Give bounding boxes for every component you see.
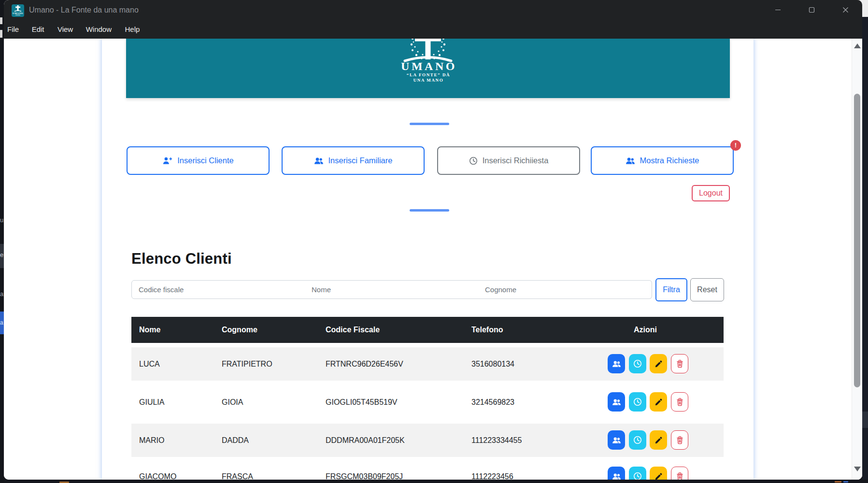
vertical-scrollbar[interactable] <box>852 39 862 480</box>
banner: UMANO “LA FONTE” DÀ UNA MANO <box>126 39 730 98</box>
filtra-button[interactable]: Filtra <box>655 278 687 301</box>
inserisci-richiesta-button[interactable]: Inserisci Richiiesta <box>437 146 580 175</box>
row-delete-button[interactable] <box>671 392 688 412</box>
notification-badge: ! <box>730 140 741 151</box>
logo-title: UMANO <box>401 60 457 72</box>
trash-icon <box>676 360 684 368</box>
cognome-filter-input[interactable] <box>478 280 652 299</box>
svg-text:UMANO: UMANO <box>13 12 23 14</box>
inserisci-cliente-button[interactable]: Inserisci Cliente <box>127 146 270 175</box>
background-window-right-sliver <box>862 17 868 480</box>
inserisci-familiare-button[interactable]: Inserisci Familiare <box>282 146 425 175</box>
row-delete-button[interactable] <box>671 467 688 480</box>
cell-nome: LUCA <box>139 347 160 381</box>
pencil-icon <box>655 436 663 444</box>
pencil-icon <box>655 398 663 406</box>
cell-telefono: 3516080134 <box>471 347 514 381</box>
clock-icon <box>633 472 642 480</box>
menu-item-view[interactable]: View <box>57 20 74 39</box>
menu-item-file[interactable]: File <box>6 20 20 39</box>
column-header-cognome: Cognome <box>222 317 257 343</box>
row-clock-button[interactable] <box>629 467 646 480</box>
screen: { "window": { "title": "Umano - La Fonte… <box>0 0 868 483</box>
page-title: Elenco Clienti <box>131 250 232 268</box>
window-title: Umano - La Fonte da una mano <box>29 0 139 20</box>
minimize-button[interactable] <box>767 0 789 20</box>
people-icon <box>626 157 635 165</box>
table-header: Nome Cognome Codice Fiscale Telefono Azi… <box>131 317 724 343</box>
cell-telefono: 3214569823 <box>471 385 514 419</box>
pencil-icon <box>655 360 663 368</box>
umano-logo: UMANO “LA FONTE” DÀ UNA MANO <box>389 39 467 85</box>
mostra-richieste-label: Mostra Richieste <box>640 156 699 165</box>
menu-item-edit[interactable]: Edit <box>31 20 45 39</box>
inserisci-richiesta-label: Inserisci Richiiesta <box>483 156 549 165</box>
trash-icon <box>676 472 684 480</box>
row-clock-button[interactable] <box>629 392 646 412</box>
row-people-button[interactable] <box>608 354 625 373</box>
people-icon <box>612 473 621 480</box>
column-header-nome: Nome <box>139 317 160 343</box>
background-dash-blue <box>843 481 848 483</box>
logo-subtitle-1: “LA FONTE” DÀ <box>407 72 450 77</box>
client-row: LUCA FRATIPIETRO FRTNRC96D26E456V 351608… <box>131 347 724 381</box>
mostra-richieste-button[interactable]: Mostra Richieste <box>591 146 734 175</box>
row-edit-button[interactable] <box>650 354 667 373</box>
cell-codice-fiscale: FRTNRC96D26E456V <box>326 347 403 381</box>
app-content: UMANO “LA FONTE” DÀ UNA MANO Inserisci C… <box>4 39 862 480</box>
people-icon <box>612 398 621 406</box>
client-row: GIACOMO FRASCA FRSGCM03B09F205J 11122234… <box>131 460 724 480</box>
logout-button[interactable]: Logout <box>692 185 730 201</box>
column-header-telefono: Telefono <box>471 317 503 343</box>
maximize-button[interactable] <box>800 0 823 20</box>
menu-item-window[interactable]: Window <box>85 20 113 39</box>
row-people-button[interactable] <box>608 430 625 450</box>
cell-nome: MARIO <box>139 424 164 457</box>
people-icon <box>612 437 621 444</box>
column-header-azioni: Azioni <box>634 317 657 343</box>
cell-nome: GIACOMO <box>139 460 176 480</box>
trash-icon <box>676 398 684 406</box>
row-clock-button[interactable] <box>629 430 646 450</box>
clock-icon <box>633 398 642 406</box>
row-delete-button[interactable] <box>671 354 688 373</box>
column-header-codice: Codice Fiscale <box>326 317 380 343</box>
section-divider <box>410 123 449 125</box>
row-edit-button[interactable] <box>650 392 667 412</box>
cell-cognome: FRATIPIETRO <box>222 347 272 381</box>
row-people-button[interactable] <box>608 392 625 412</box>
people-icon <box>314 157 324 165</box>
clock-icon <box>469 156 478 165</box>
app-window: UMANO Umano - La Fonte da una mano File … <box>4 0 862 480</box>
row-edit-button[interactable] <box>650 467 667 480</box>
cell-cognome: FRASCA <box>222 460 253 480</box>
row-clock-button[interactable] <box>629 354 646 373</box>
inserisci-cliente-label: Inserisci Cliente <box>177 156 233 165</box>
row-edit-button[interactable] <box>650 430 667 450</box>
cell-telefono: 1112223456 <box>471 460 513 480</box>
menu-bar: File Edit View Window Help <box>4 20 862 39</box>
close-button[interactable] <box>834 0 856 20</box>
reset-button[interactable]: Reset <box>690 278 724 301</box>
row-delete-button[interactable] <box>671 430 688 450</box>
menu-item-help[interactable]: Help <box>124 20 141 39</box>
scroll-down-icon[interactable] <box>854 467 861 471</box>
cell-telefono: 111223334455 <box>471 424 522 457</box>
pencil-icon <box>655 472 663 480</box>
cell-nome: GIULIA <box>139 385 164 419</box>
clock-icon <box>633 359 642 368</box>
cell-cognome: GIOIA <box>222 385 243 419</box>
clock-icon <box>633 436 642 444</box>
scroll-up-icon[interactable] <box>854 43 861 48</box>
background-dash-orange <box>835 481 841 483</box>
row-people-button[interactable] <box>608 467 625 480</box>
inserisci-familiare-label: Inserisci Familiare <box>328 156 393 165</box>
codice-fiscale-filter-input[interactable] <box>131 280 305 299</box>
nome-filter-input[interactable] <box>305 280 479 299</box>
logo-subtitle-2: UNA MANO <box>413 78 444 83</box>
person-add-icon <box>162 156 172 165</box>
client-row: MARIO DADDA DDDMRA00A01F205K 11122333445… <box>131 424 724 457</box>
trash-icon <box>676 436 684 444</box>
scrollbar-thumb[interactable] <box>854 94 860 387</box>
cell-codice-fiscale: FRSGCM03B09F205J <box>326 460 403 480</box>
